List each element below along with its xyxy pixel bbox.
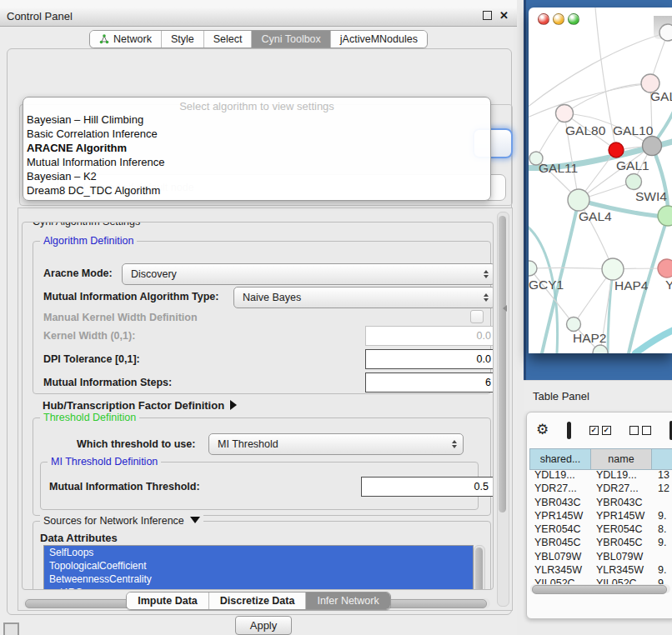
node-label: GCY1 [529,278,564,292]
table-row[interactable]: YLR345WYLR345W9. [529,564,672,578]
sources-title[interactable]: Sources for Network Inference [40,515,203,527]
attribute-item[interactable]: gal4RGexp [44,586,473,590]
tab-style[interactable]: Style [161,31,203,48]
node-label: SWI4 [635,189,667,203]
table-row[interactable]: YBL079WYBL079W [529,551,672,564]
which-threshold-label: Which threshold to use: [77,438,195,450]
network-icon [99,34,109,44]
spinner-icon[interactable] [452,440,457,448]
network-node[interactable] [568,189,589,211]
tab-select[interactable]: Select [203,31,252,48]
table-row[interactable]: YBR043CYBR043C [529,497,672,510]
table-cell: 9. [653,564,672,578]
threshold-definition-title: Threshold Definition [40,412,139,423]
network-node[interactable] [567,318,581,332]
tab-infer-network[interactable]: Infer Network [305,592,389,609]
hub-definition-toggle[interactable]: Hub/Transcription Factor Definition [43,399,237,412]
algorithm-option[interactable]: Mutual Information Inference [23,155,490,169]
control-panel-titlebar: Control Panel ✕ [0,7,517,27]
network-node[interactable] [609,142,624,158]
algorithm-option[interactable]: Bayesian – K2 [23,169,490,183]
tab-discretize-data[interactable]: Discretize Data [208,592,306,609]
apply-button[interactable]: Apply [235,616,292,635]
control-panel: Control Panel ✕ NetworkStyleSelectCyni T… [0,0,517,635]
minimized-widget-icon[interactable] [3,622,19,635]
settings-viewport: Cyni Algorithm Settings Algorithm Defini… [18,208,513,611]
table-cell: YBR043C [529,497,591,510]
close-icon[interactable]: ✕ [499,10,509,21]
network-node[interactable] [658,206,672,226]
network-node[interactable] [602,258,624,280]
attribute-item[interactable]: TopologicalCoefficient [44,559,473,572]
table-horizontal-scrollbar[interactable] [530,584,670,593]
mi-type-select[interactable]: Naive Bayes [233,287,494,308]
algorithm-dropdown-popup: Select algorithm to view settings Bayesi… [23,97,491,201]
table-cell: YPR145W [529,510,591,523]
mi-threshold-field[interactable]: 0.5 [361,477,494,497]
table-body: YDL19...YDL19...13YDR27...YDR27...12YBR0… [529,469,672,592]
table-cell: YLR345W [591,564,653,578]
table-cell: YDR27... [591,482,653,496]
columns-icon[interactable] [567,422,570,439]
bottom-tabbar: Impute DataDiscretize DataInfer Network [126,592,391,610]
spinner-icon[interactable] [484,293,489,302]
table-toolbar: ⚙ ✓✓ [527,419,672,441]
table-row[interactable]: YER054CYER054C8. [529,523,672,537]
select-all-icon[interactable]: ✓✓ [589,426,611,435]
table-panel-title: Table Panel [524,390,589,402]
deselect-all-icon[interactable] [629,426,651,435]
column-header[interactable]: shared... [529,448,591,470]
dpi-tolerance-field[interactable]: 0.0 [365,349,494,369]
mi-threshold-label: Mutual Information Threshold: [49,481,200,492]
column-header[interactable]: name [591,448,652,470]
table-cell: YBL079W [529,551,591,564]
spinner-icon[interactable] [484,270,489,278]
column-header[interactable]: A [652,448,672,470]
data-attributes-list[interactable]: SelfLoopsTopologicalCoefficientBetweenne… [43,545,474,590]
tab-cyni-toolbox[interactable]: Cyni Toolbox [251,31,329,48]
table-row[interactable]: YBR045CYBR045C9. [529,537,672,550]
network-node[interactable] [658,259,672,278]
table-row[interactable]: YDL19...YDL19...13 [529,469,672,482]
network-view-window[interactable]: GALGAL80GAL10GAL11GAL1SWI4GAL4GCY1HAP4YH… [529,8,672,353]
table-row[interactable]: YDR27...YDR27...12 [529,482,672,496]
attribute-item[interactable]: SelfLoops [44,546,473,559]
float-icon[interactable] [483,11,492,20]
tab-label: jActiveMNodules [340,33,418,45]
network-node[interactable] [529,261,537,276]
node-label: HAP4 [614,278,649,292]
mi-steps-field[interactable]: 6 [365,372,494,392]
algorithm-definition-title: Algorithm Definition [40,235,137,247]
tab-label: Cyni Toolbox [261,33,320,45]
which-threshold-select[interactable]: MI Threshold [208,433,464,455]
network-node[interactable] [659,24,672,41]
algorithm-list: Bayesian – Hill ClimbingBasic Correlatio… [23,112,490,198]
panel-divider-arrow[interactable] [503,305,507,312]
sources-group: Sources for Network Inference Data Attri… [33,521,491,590]
table-cell: 12 [653,482,672,496]
network-node[interactable] [593,345,608,353]
settings-vertical-scrollbar[interactable] [497,212,509,607]
manual-kernel-checkbox[interactable] [470,310,484,323]
network-node[interactable] [556,105,574,122]
algorithm-option[interactable]: Dream8 DC_TDC Algorithm [23,183,490,198]
algorithm-option[interactable]: Basic Correlation Inference [23,127,490,141]
table-cell: YBL079W [591,551,653,564]
network-canvas[interactable]: GALGAL80GAL10GAL11GAL1SWI4GAL4GCY1HAP4YH… [529,8,672,353]
aracne-mode-select[interactable]: Discovery [122,263,494,285]
attribute-item[interactable]: BetweennessCentrality [44,572,473,586]
table-cell: YDL19... [529,469,591,482]
node-label: GAL1 [616,158,649,172]
gear-icon[interactable]: ⚙ [536,422,549,438]
table-row[interactable]: YPR145WYPR145W9. [529,510,672,523]
network-node[interactable] [626,174,642,190]
tab-impute-data[interactable]: Impute Data [127,592,208,609]
kernel-width-field[interactable]: 0.0 [365,326,494,346]
tab-network[interactable]: Network [90,31,161,48]
tab-jactivemnodules[interactable]: jActiveMNodules [330,31,427,48]
algorithm-option[interactable]: Bayesian – Hill Climbing [23,112,490,127]
algorithm-option[interactable]: ARACNE Algorithm [23,141,490,155]
table-header-row: shared...nameA [529,448,672,470]
attribute-list-scrollbar[interactable] [474,545,485,590]
network-node[interactable] [643,137,662,156]
